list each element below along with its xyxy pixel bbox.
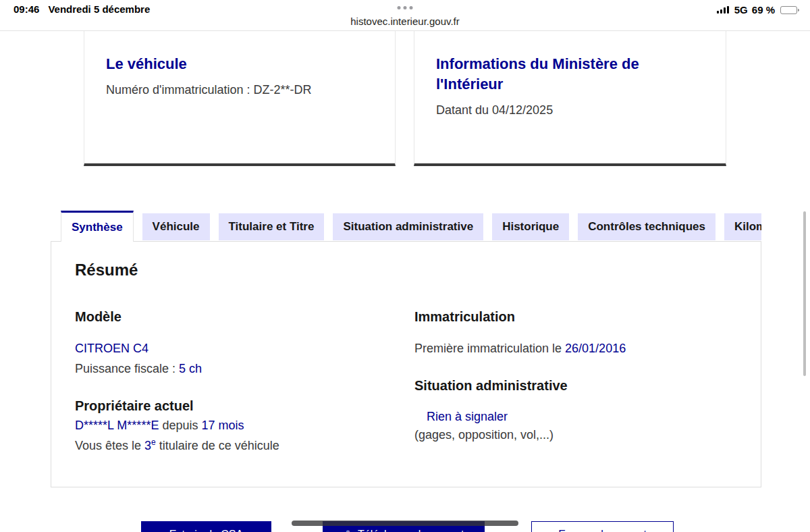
registration-heading: Immatriculation bbox=[414, 309, 515, 325]
admin-status-note: (gages, opposition, vol,...) bbox=[414, 428, 554, 442]
send-report-label: Envoyer le rapport bbox=[558, 529, 647, 532]
summary-title: Résumé bbox=[75, 261, 138, 280]
extract-csa-label: Extraire le CSA bbox=[169, 529, 243, 532]
tab-label: Contrôles techniques bbox=[588, 220, 705, 234]
owner-heading: Propriétaire actuel bbox=[75, 398, 194, 414]
holder-prefix: Vous êtes le bbox=[75, 439, 144, 452]
send-report-button[interactable]: Envoyer le rapport bbox=[531, 521, 674, 532]
address-bar[interactable]: histovec.interieur.gouv.fr bbox=[0, 16, 810, 27]
holder-rank-line: Vous êtes le 3e titulaire de ce véhicule bbox=[75, 437, 279, 453]
ministry-card-date: Datant du 04/12/2025 bbox=[436, 103, 704, 117]
fiscal-power-value: 5 ch bbox=[179, 362, 202, 375]
tab-historique[interactable]: Historique bbox=[492, 213, 569, 240]
tab-controles-techniques[interactable]: Contrôles techniques bbox=[578, 213, 716, 240]
tab-overview-dots-icon[interactable] bbox=[398, 6, 413, 9]
fiscal-power-line: Puissance fiscale : 5 ch bbox=[75, 362, 202, 376]
owner-since-label: depuis bbox=[159, 419, 201, 432]
battery-icon bbox=[780, 6, 799, 14]
first-registration-line: Première immatriculation le 26/01/2016 bbox=[414, 342, 626, 356]
first-registration-date: 26/01/2016 bbox=[565, 342, 626, 355]
registration-number-line: Numéro d'immatriculation : DZ-2**-DR bbox=[106, 83, 373, 97]
battery-percent-label: 69 % bbox=[752, 4, 775, 16]
download-report-label: Télécharger le rapport bbox=[358, 529, 464, 532]
holder-rank-sup: e bbox=[151, 437, 156, 447]
registration-number-value: DZ-2**-DR bbox=[254, 83, 312, 97]
tab-kilometrage[interactable]: Kilométrage bbox=[724, 213, 761, 240]
admin-status-heading: Situation administrative bbox=[414, 378, 568, 394]
tab-label: Synthèse bbox=[72, 221, 123, 234]
tab-label: Situation administrative bbox=[343, 220, 473, 234]
holder-rank: 3 bbox=[144, 439, 151, 452]
ministry-info-card: Informations du Ministère de l'Intérieur… bbox=[414, 31, 726, 166]
tab-label: Kilométrage bbox=[734, 220, 761, 234]
download-icon: ⇩ bbox=[344, 529, 352, 532]
tab-label: Titulaire et Titre bbox=[229, 220, 315, 234]
model-heading: Modèle bbox=[75, 309, 122, 325]
fiscal-power-label: Puissance fiscale : bbox=[75, 362, 179, 375]
vehicle-card: Le véhicule Numéro d'immatriculation : D… bbox=[84, 31, 396, 166]
holder-suffix: titulaire de ce véhicule bbox=[156, 439, 279, 452]
report-tabs: Synthèse Véhicule Titulaire et Titre Sit… bbox=[51, 211, 761, 242]
status-bar: 09:46 Vendredi 5 décembre histovec.inter… bbox=[0, 0, 810, 31]
home-indicator[interactable] bbox=[292, 521, 518, 526]
ministry-card-title: Informations du Ministère de l'Intérieur bbox=[436, 54, 659, 95]
ipad-safari-screen: 09:46 Vendredi 5 décembre histovec.inter… bbox=[0, 0, 810, 532]
admin-status-link[interactable]: Rien à signaler bbox=[427, 410, 508, 424]
tab-titulaire-et-titre[interactable]: Titulaire et Titre bbox=[219, 213, 325, 240]
tab-synthese[interactable]: Synthèse bbox=[61, 211, 134, 242]
owner-name: D*****L M*****E bbox=[75, 419, 159, 432]
model-name: CITROEN C4 bbox=[75, 342, 148, 356]
first-registration-label: Première immatriculation le bbox=[414, 342, 565, 355]
network-type-label: 5G bbox=[734, 4, 748, 16]
synthese-panel: Résumé Modèle CITROEN C4 Puissance fisca… bbox=[51, 241, 761, 487]
cellular-signal-icon bbox=[717, 6, 729, 14]
vertical-scrollbar[interactable] bbox=[803, 211, 806, 376]
registration-number-label: Numéro d'immatriculation : bbox=[106, 83, 254, 97]
status-date: Vendredi 5 décembre bbox=[48, 3, 150, 15]
vehicle-card-title: Le véhicule bbox=[106, 54, 373, 74]
owner-line: D*****L M*****E depuis 17 mois bbox=[75, 419, 244, 433]
tab-label: Historique bbox=[502, 220, 559, 234]
tab-situation-administrative[interactable]: Situation administrative bbox=[333, 213, 483, 240]
tab-label: Véhicule bbox=[153, 220, 200, 234]
status-time: 09:46 bbox=[14, 3, 39, 15]
owner-since-value: 17 mois bbox=[201, 419, 244, 432]
tab-vehicule[interactable]: Véhicule bbox=[142, 213, 210, 240]
extract-csa-button[interactable]: Extraire le CSA bbox=[141, 521, 271, 532]
